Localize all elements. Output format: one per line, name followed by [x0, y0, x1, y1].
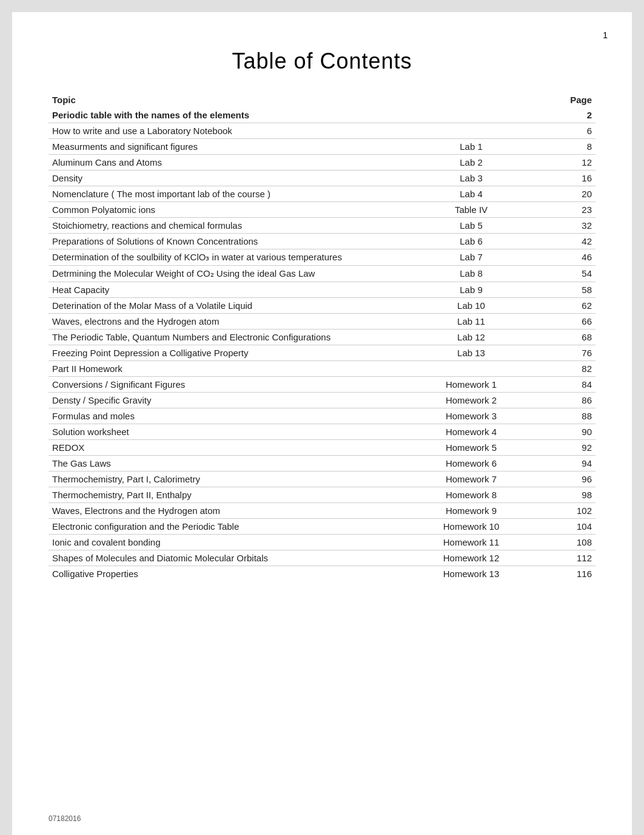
table-row: Nomenclature ( The most important lab of… [49, 186, 595, 202]
row-page: 32 [533, 218, 595, 234]
table-row: Determination of the soulbility of KClO₃… [49, 249, 595, 266]
row-section: Homework 10 [409, 519, 534, 535]
table-row: Waves, Electrons and the Hydrogen atomHo… [49, 503, 595, 519]
table-row: Colligative PropertiesHomework 13116 [49, 566, 595, 582]
row-page: 108 [533, 535, 595, 550]
row-section: Homework 4 [409, 424, 534, 440]
row-page: 98 [533, 487, 595, 503]
row-section: Homework 1 [409, 377, 534, 393]
row-page: 116 [533, 566, 595, 582]
row-topic: Heat Capacity [49, 282, 409, 298]
row-page: 66 [533, 314, 595, 330]
row-section: Lab 13 [409, 345, 534, 361]
row-topic: Thermochemistry, Part II, Enthalpy [49, 487, 409, 503]
row-section: Lab 4 [409, 186, 534, 202]
table-row: Electronic configuration and the Periodi… [49, 519, 595, 535]
row-topic: REDOX [49, 440, 409, 456]
table-row: Deterination of the Molar Mass of a Vola… [49, 298, 595, 314]
table-row: Preparations of Solutions of Known Conce… [49, 234, 595, 249]
row-topic: Ionic and covalent bonding [49, 535, 409, 550]
row-page: 112 [533, 550, 595, 566]
row-section: Homework 13 [409, 566, 534, 582]
row-topic: Density [49, 171, 409, 186]
row-page: 68 [533, 330, 595, 345]
row-topic: How to write and use a Laboratory Notebo… [49, 123, 409, 139]
row-page: 20 [533, 186, 595, 202]
row-section: Lab 5 [409, 218, 534, 234]
table-row: Measurments and significant figuresLab 1… [49, 139, 595, 155]
row-page: 46 [533, 249, 595, 266]
row-page: 92 [533, 440, 595, 456]
row-page: 62 [533, 298, 595, 314]
row-page: 94 [533, 456, 595, 472]
row-page: 84 [533, 377, 595, 393]
table-row: The Gas LawsHomework 694 [49, 456, 595, 472]
footnote: 07182016 [49, 814, 81, 823]
table-row: Part II Homework82 [49, 361, 595, 377]
row-section [409, 361, 534, 377]
row-section: Homework 5 [409, 440, 534, 456]
table-row: Shapes of Molecules and Diatomic Molecul… [49, 550, 595, 566]
row-page: 16 [533, 171, 595, 186]
row-page: 104 [533, 519, 595, 535]
row-topic: Freezing Point Depression a Colligative … [49, 345, 409, 361]
row-page: 6 [533, 123, 595, 139]
row-section: Table IV [409, 202, 534, 218]
table-row: Ionic and covalent bondingHomework 11108 [49, 535, 595, 550]
table-row: Densty / Specific GravityHomework 286 [49, 393, 595, 408]
page: 1 Table of Contents Topic Page Periodic … [12, 12, 632, 835]
row-page: 8 [533, 139, 595, 155]
row-topic: Nomenclature ( The most important lab of… [49, 186, 409, 202]
row-page: 96 [533, 472, 595, 487]
table-row: Stoichiometry, reactions and chemical fo… [49, 218, 595, 234]
row-section: Lab 3 [409, 171, 534, 186]
row-topic: Waves, electrons and the Hydrogen atom [49, 314, 409, 330]
row-section: Homework 3 [409, 408, 534, 424]
row-page: 58 [533, 282, 595, 298]
row-section: Lab 8 [409, 266, 534, 282]
row-page: 54 [533, 266, 595, 282]
row-section: Lab 12 [409, 330, 534, 345]
col-header-topic: Topic [49, 92, 409, 107]
table-row: Aluminum Cans and AtomsLab 212 [49, 155, 595, 171]
row-page: 102 [533, 503, 595, 519]
row-section: Homework 6 [409, 456, 534, 472]
row-section: Lab 2 [409, 155, 534, 171]
table-row: How to write and use a Laboratory Notebo… [49, 123, 595, 139]
row-page: 90 [533, 424, 595, 440]
table-row: Periodic table with the names of the ele… [49, 107, 595, 123]
row-topic: Formulas and moles [49, 408, 409, 424]
table-row: The Periodic Table, Quantum Numbers and … [49, 330, 595, 345]
row-topic: Periodic table with the names of the ele… [49, 107, 409, 123]
toc-table: Topic Page Periodic table with the names… [49, 92, 595, 581]
table-row: Thermochemistry, Part I, CalorimetryHome… [49, 472, 595, 487]
toc-body: Periodic table with the names of the ele… [49, 107, 595, 581]
table-row: Common Polyatomic ionsTable IV23 [49, 202, 595, 218]
row-section: Homework 8 [409, 487, 534, 503]
row-topic: Preparations of Solutions of Known Conce… [49, 234, 409, 249]
row-topic: Waves, Electrons and the Hydrogen atom [49, 503, 409, 519]
row-section [409, 123, 534, 139]
table-row: Detrmining the Molecular Weight of CO₂ U… [49, 266, 595, 282]
row-section: Lab 9 [409, 282, 534, 298]
row-topic: Part II Homework [49, 361, 409, 377]
row-topic: The Periodic Table, Quantum Numbers and … [49, 330, 409, 345]
row-page: 82 [533, 361, 595, 377]
table-row: Thermochemistry, Part II, EnthalpyHomewo… [49, 487, 595, 503]
table-row: DensityLab 316 [49, 171, 595, 186]
table-row: Waves, electrons and the Hydrogen atomLa… [49, 314, 595, 330]
row-section: Lab 1 [409, 139, 534, 155]
col-header-section [409, 92, 534, 107]
row-page: 42 [533, 234, 595, 249]
table-row: Conversions / Significant FiguresHomewor… [49, 377, 595, 393]
col-header-page: Page [533, 92, 595, 107]
row-section: Lab 6 [409, 234, 534, 249]
table-row: Formulas and molesHomework 388 [49, 408, 595, 424]
row-page: 88 [533, 408, 595, 424]
table-row: Freezing Point Depression a Colligative … [49, 345, 595, 361]
row-section: Homework 9 [409, 503, 534, 519]
row-topic: Aluminum Cans and Atoms [49, 155, 409, 171]
row-page: 76 [533, 345, 595, 361]
row-page: 2 [533, 107, 595, 123]
row-page: 12 [533, 155, 595, 171]
